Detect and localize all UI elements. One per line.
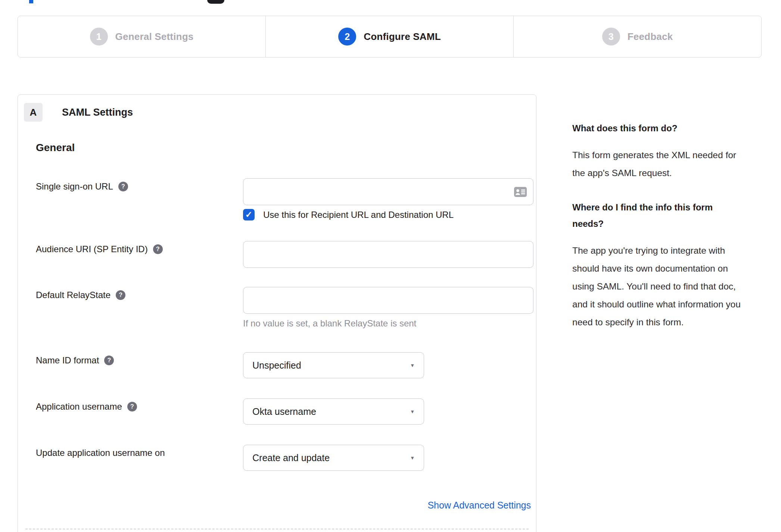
contact-card-icon[interactable]	[514, 187, 527, 197]
step-number-badge: 2	[338, 28, 356, 46]
header-fragment-title-glyph	[207, 0, 224, 4]
general-section-heading: General	[36, 142, 75, 154]
checkmark-icon: ✓	[245, 210, 252, 219]
relay-state-input-wrap	[243, 287, 533, 314]
chevron-down-icon: ▼	[410, 363, 415, 368]
step-number-badge: 1	[90, 28, 108, 46]
update-username-select[interactable]: Create and update ▼	[243, 445, 424, 471]
relay-state-label: Default RelayState ?	[36, 290, 125, 300]
relay-state-input[interactable]	[243, 287, 533, 314]
update-username-label: Update application username on	[36, 448, 165, 458]
help-question-2: Where do I find the info this form needs…	[572, 199, 741, 232]
name-id-format-value: Unspecified	[252, 360, 301, 371]
audience-uri-help-icon[interactable]: ?	[153, 244, 163, 254]
sso-url-input[interactable]	[243, 178, 533, 205]
relay-state-help-icon[interactable]: ?	[116, 290, 125, 300]
help-sidebar: What does this form do? This form genera…	[572, 120, 741, 331]
panel-title: SAML Settings	[62, 107, 133, 118]
section-dashed-divider	[25, 529, 529, 529]
sso-recipient-checkbox-row: ✓ Use this for Recipient URL and Destina…	[243, 209, 454, 220]
name-id-format-label: Name ID format ?	[36, 355, 114, 366]
recipient-url-checkbox-label: Use this for Recipient URL and Destinati…	[263, 210, 454, 220]
header-fragment-blue	[29, 0, 33, 3]
chevron-down-icon: ▼	[410, 409, 415, 414]
step-label: Feedback	[628, 31, 673, 43]
sso-url-label: Single sign-on URL ?	[36, 181, 128, 192]
step-general-settings[interactable]: 1 General Settings	[18, 16, 265, 57]
step-number-badge: 3	[602, 28, 620, 46]
chevron-down-icon: ▼	[410, 455, 415, 461]
application-username-value: Okta username	[252, 406, 316, 417]
update-username-value: Create and update	[252, 453, 330, 463]
help-question-1: What does this form do?	[572, 120, 741, 137]
show-advanced-settings-link[interactable]: Show Advanced Settings	[427, 500, 531, 511]
step-configure-saml[interactable]: 2 Configure SAML	[265, 16, 513, 57]
sso-url-help-icon[interactable]: ?	[118, 182, 128, 191]
audience-uri-input[interactable]	[243, 241, 533, 268]
application-username-help-icon[interactable]: ?	[127, 402, 137, 411]
update-username-label-text: Update application username on	[36, 448, 165, 458]
audience-uri-label-text: Audience URI (SP Entity ID)	[36, 244, 148, 254]
audience-uri-input-wrap	[243, 241, 533, 268]
relay-state-hint: If no value is set, a blank RelayState i…	[243, 318, 416, 329]
step-label: General Settings	[115, 31, 194, 43]
audience-uri-label: Audience URI (SP Entity ID) ?	[36, 244, 163, 254]
name-id-format-select[interactable]: Unspecified ▼	[243, 352, 424, 378]
sso-url-label-text: Single sign-on URL	[36, 181, 113, 192]
application-username-select[interactable]: Okta username ▼	[243, 398, 424, 425]
name-id-format-label-text: Name ID format	[36, 355, 99, 366]
application-username-label: Application username ?	[36, 401, 137, 412]
step-feedback[interactable]: 3 Feedback	[513, 16, 761, 57]
recipient-url-checkbox[interactable]: ✓	[243, 209, 255, 220]
help-answer-2: The app you're trying to integrate with …	[572, 242, 741, 331]
section-a-badge: A	[24, 103, 43, 122]
wizard-stepper: 1 General Settings 2 Configure SAML 3 Fe…	[18, 16, 762, 57]
sso-url-input-wrap	[243, 178, 533, 205]
saml-settings-panel: A SAML Settings General Single sign-on U…	[18, 94, 536, 532]
name-id-format-help-icon[interactable]: ?	[104, 356, 114, 365]
relay-state-label-text: Default RelayState	[36, 290, 111, 300]
application-username-label-text: Application username	[36, 401, 122, 412]
help-answer-1: This form generates the XML needed for t…	[572, 146, 741, 182]
step-label: Configure SAML	[364, 31, 441, 43]
